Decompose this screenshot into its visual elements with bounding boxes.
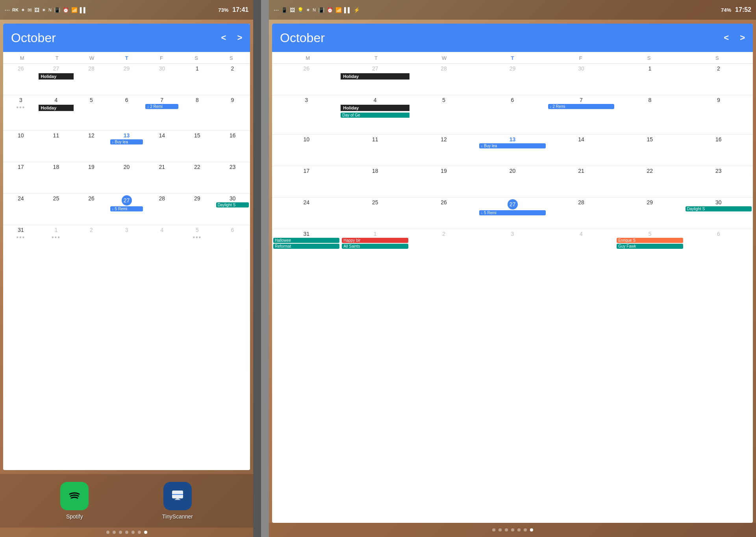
right-cell-31[interactable]: 31 Hallowee Reformat	[272, 229, 341, 265]
event-buyleave-left: ↓ Buy lea	[110, 139, 143, 144]
left-cell-10[interactable]: 10	[3, 131, 39, 162]
menu-icon: ⋯	[5, 7, 10, 13]
right-cell-3b[interactable]: 3	[478, 229, 547, 265]
right-cell-24[interactable]: 24	[272, 198, 341, 229]
tinyscanner-app[interactable]: TinyScanner	[162, 482, 193, 520]
right-cell-29b[interactable]: 29	[615, 198, 684, 229]
left-cell-7[interactable]: 7 ↓ 2 Remi	[144, 95, 180, 130]
left-cell-5b[interactable]: 5 •••	[180, 225, 215, 257]
right-event-reformation: Reformat	[273, 244, 339, 249]
right-cell-14[interactable]: 14	[547, 135, 615, 166]
right-cell-16[interactable]: 16	[684, 135, 753, 166]
left-cell-6b[interactable]: 6	[215, 225, 250, 257]
right-dots-indicator	[269, 525, 756, 535]
right-cell-2[interactable]: 2	[684, 64, 753, 95]
left-cell-28[interactable]: 28	[74, 64, 109, 95]
event-5remi-left: ↓ 5 Remi	[110, 206, 143, 211]
left-cell-18[interactable]: 18	[39, 162, 74, 193]
right-cell-6b[interactable]: 6	[684, 229, 753, 265]
left-cell-1[interactable]: 1	[180, 64, 215, 95]
left-cell-29[interactable]: 29	[109, 64, 145, 95]
left-cell-14[interactable]: 14	[144, 131, 180, 162]
left-cell-27[interactable]: 27 Holiday	[39, 64, 74, 95]
left-cell-26[interactable]: 26	[3, 64, 39, 95]
right-cell-30b[interactable]: 30 Daylight S	[684, 198, 753, 229]
right-cell-18[interactable]: 18	[341, 166, 409, 197]
right-cell-9[interactable]: 9	[684, 95, 753, 134]
right-cell-12[interactable]: 12	[410, 135, 478, 166]
left-cell-20[interactable]: 20	[109, 162, 145, 193]
right-cell-11[interactable]: 11	[341, 135, 409, 166]
left-cell-6[interactable]: 6	[109, 95, 145, 130]
left-cell-13[interactable]: 13 ↓ Buy lea	[109, 131, 145, 162]
left-cell-8[interactable]: 8	[180, 95, 215, 130]
right-cell-13[interactable]: 13 ↓ Buy lea	[478, 135, 547, 166]
left-cell-1b[interactable]: 1 •••	[39, 225, 74, 257]
right-week-2: 3 4 Holiday Day of Ge 5 6 7 ↓ 2 Remi 8 9	[272, 95, 753, 135]
right-cell-15[interactable]: 15	[615, 135, 684, 166]
right-cell-28b[interactable]: 28	[547, 198, 615, 229]
left-prev-btn[interactable]: <	[221, 33, 226, 43]
right-cell-25[interactable]: 25	[341, 198, 409, 229]
left-cell-12[interactable]: 12	[74, 131, 109, 162]
left-cell-4b[interactable]: 4	[144, 225, 180, 257]
right-event-happybir: Happy bir	[342, 238, 408, 243]
right-cell-7[interactable]: 7 ↓ 2 Remi	[547, 95, 615, 134]
right-cell-1[interactable]: 1	[615, 64, 684, 95]
right-cell-1b[interactable]: 1 Happy bir All Saints	[341, 229, 409, 265]
right-cell-27b[interactable]: 27 ↓ 5 Remi	[478, 198, 547, 229]
right-cell-4[interactable]: 4 Holiday Day of Ge	[341, 95, 409, 134]
left-cell-30[interactable]: 30	[144, 64, 180, 95]
left-cell-2[interactable]: 2	[215, 64, 250, 95]
right-cell-10[interactable]: 10	[272, 135, 341, 166]
left-cell-3[interactable]: 3 •••	[3, 95, 39, 130]
left-cell-2b[interactable]: 2	[74, 225, 109, 257]
right-cell-4b[interactable]: 4	[547, 229, 615, 265]
left-cell-21[interactable]: 21	[144, 162, 180, 193]
left-cell-9[interactable]: 9	[215, 95, 250, 130]
left-cell-11[interactable]: 11	[39, 131, 74, 162]
right-cell-8[interactable]: 8	[615, 95, 684, 134]
left-cell-5[interactable]: 5	[74, 95, 109, 130]
right-cell-3[interactable]: 3	[272, 95, 341, 134]
right-cell-2b[interactable]: 2	[410, 229, 478, 265]
left-cell-25[interactable]: 25	[39, 194, 74, 225]
right-menu-icon: ⋯	[274, 7, 279, 13]
right-cell-26b[interactable]: 26	[410, 198, 478, 229]
left-cell-29b[interactable]: 29	[180, 194, 215, 225]
right-cell-6[interactable]: 6	[478, 95, 547, 134]
left-cell-4[interactable]: 4 Holiday	[39, 95, 74, 130]
right-cell-22[interactable]: 22	[615, 166, 684, 197]
left-next-btn[interactable]: >	[237, 33, 242, 43]
left-cell-24[interactable]: 24	[3, 194, 39, 225]
left-cell-19[interactable]: 19	[74, 162, 109, 193]
left-cell-26b[interactable]: 26	[74, 194, 109, 225]
right-cell-27[interactable]: 27 Holiday	[341, 64, 409, 95]
right-cell-28[interactable]: 28	[410, 64, 478, 95]
left-cell-27b[interactable]: 27 ↓ 5 Remi	[109, 194, 145, 225]
left-cell-23[interactable]: 23	[215, 162, 250, 193]
left-cell-28[interactable]: 28	[144, 194, 180, 225]
right-cell-5[interactable]: 5	[410, 95, 478, 134]
right-cell-17[interactable]: 17	[272, 166, 341, 197]
right-cell-19[interactable]: 19	[410, 166, 478, 197]
left-cell-22[interactable]: 22	[180, 162, 215, 193]
right-prev-btn[interactable]: <	[724, 33, 729, 43]
right-cell-21[interactable]: 21	[547, 166, 615, 197]
left-cell-30b[interactable]: 30 Daylight S	[215, 194, 250, 225]
left-cell-31[interactable]: 31 •••	[3, 225, 39, 257]
right-next-btn[interactable]: >	[740, 33, 745, 43]
left-cell-17[interactable]: 17	[3, 162, 39, 193]
scanner-icon[interactable]	[163, 482, 192, 510]
left-cell-3b[interactable]: 3	[109, 225, 145, 257]
right-cell-30[interactable]: 30	[547, 64, 615, 95]
right-cell-26[interactable]: 26	[272, 64, 341, 95]
right-cell-29[interactable]: 29	[478, 64, 547, 95]
left-cell-15[interactable]: 15	[180, 131, 215, 162]
right-cell-20[interactable]: 20	[478, 166, 547, 197]
spotify-app[interactable]: Spotify	[60, 482, 89, 520]
right-cell-23[interactable]: 23	[684, 166, 753, 197]
right-cell-5b[interactable]: 5 Enrique S Guy Fawk	[615, 229, 684, 265]
left-cell-16[interactable]: 16	[215, 131, 250, 162]
spotify-icon[interactable]	[60, 482, 89, 510]
